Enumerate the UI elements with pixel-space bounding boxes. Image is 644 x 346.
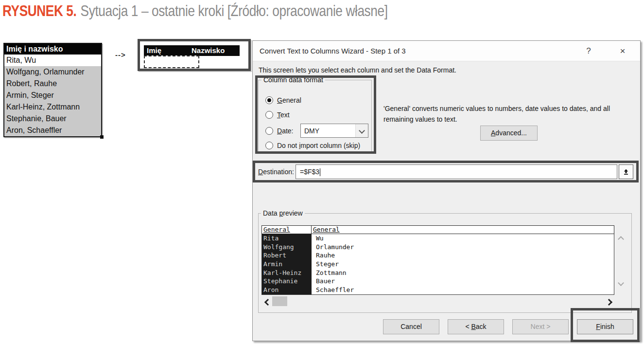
figure-root: RYSUNEK 5.Sytuacja 1 – ostatnie kroki [Ź…	[0, 0, 644, 346]
figure-title-text: Sytuacja 1 – ostatnie kroki [Źródło: opr…	[81, 2, 388, 19]
result-header-row: Imię Nazwisko	[144, 45, 240, 56]
scroll-right-icon[interactable]	[607, 298, 611, 306]
wizard-dialog: Convert Text to Columns Wizard - Step 1 …	[252, 40, 641, 341]
radio-button-icon[interactable]	[265, 142, 273, 149]
list-item[interactable]: Robert, Rauhe	[4, 78, 101, 90]
dialog-titlebar: Convert Text to Columns Wizard - Step 1 …	[253, 41, 640, 61]
transform-arrow: -->	[115, 51, 126, 59]
table-row: RobertRauhe	[262, 251, 614, 260]
preview-col1-header[interactable]: General	[262, 226, 312, 234]
data-preview-label: Data preview	[261, 209, 305, 217]
advanced-button[interactable]: Advanced...	[480, 126, 538, 141]
close-icon[interactable]: ×	[614, 41, 631, 61]
dialog-description: This screen lets you select each column …	[259, 66, 456, 74]
dialog-title: Convert Text to Columns Wizard - Step 1 …	[260, 41, 406, 61]
table-row: StephanieBauer	[262, 277, 614, 286]
destination-label: Destination:	[258, 168, 294, 176]
radio-skip-label: Do not import column (skip)	[277, 142, 360, 149]
preview-header-row: General General	[261, 225, 614, 234]
scrollbar-thumb[interactable]	[272, 296, 287, 306]
list-item[interactable]: Wolfgang, Orlamunder	[4, 66, 101, 78]
table-row: AronSchaeffler	[262, 286, 614, 294]
figure-label: RYSUNEK 5.	[2, 2, 76, 19]
cancel-button[interactable]: Cancel	[383, 319, 439, 334]
list-item[interactable]: Karl-Heinz, Zottmann	[4, 101, 101, 113]
list-item[interactable]: Aron, Schaeffler	[4, 125, 101, 136]
list-item[interactable]: Armin, Steger	[4, 90, 101, 101]
collapse-dialog-button[interactable]	[619, 164, 633, 179]
column-data-format-label: Column data format	[261, 76, 325, 84]
general-format-note: 'General' converts numeric values to num…	[383, 103, 641, 125]
scroll-left-icon[interactable]	[265, 298, 270, 306]
selection-marquee	[144, 55, 199, 68]
date-format-dropdown[interactable]: DMY	[300, 124, 368, 138]
preview-body: RitaWu WolfgangOrlamunder RobertRauhe Ar…	[261, 234, 614, 295]
table-row: RitaWu	[262, 234, 614, 243]
up-arrow-from-bar-icon	[623, 168, 629, 175]
preview-col2-header[interactable]: General	[312, 226, 614, 234]
source-list-header: Imię i nazwisko	[4, 44, 101, 55]
radio-text-label: Text	[277, 111, 290, 119]
radio-date-label: Date:	[277, 127, 293, 135]
radio-text[interactable]: Text	[265, 109, 290, 120]
radio-general-label: General	[277, 96, 301, 104]
radio-general[interactable]: General	[265, 95, 301, 106]
radio-button-icon[interactable]	[265, 111, 273, 119]
finish-button[interactable]: Finish	[577, 319, 633, 334]
radio-button-icon[interactable]	[265, 127, 273, 135]
table-row: Karl-HeinzZottmann	[262, 269, 614, 277]
result-preview-box: Imię Nazwisko	[138, 39, 251, 71]
result-col2-label: Nazwisko	[191, 45, 225, 56]
fill-handle[interactable]	[100, 135, 104, 139]
list-item[interactable]: Stephanie, Bauer	[4, 113, 101, 125]
note-line2: remaining values to text.	[383, 114, 641, 125]
destination-input[interactable]: =$F$3	[296, 164, 617, 179]
radio-date[interactable]: Date:	[265, 126, 293, 136]
back-button[interactable]: < Back	[448, 319, 504, 334]
table-row: ArminSteger	[262, 260, 614, 269]
table-row: WolfgangOrlamunder	[262, 243, 614, 252]
source-name-list: Imię i nazwisko Rita, Wu Wolfgang, Orlam…	[3, 43, 102, 137]
scroll-up-icon[interactable]	[619, 235, 623, 243]
chevron-down-icon[interactable]	[355, 124, 368, 137]
list-item[interactable]: Rita, Wu	[4, 55, 101, 66]
help-icon[interactable]: ?	[580, 41, 597, 61]
data-preview-table: General General RitaWu WolfgangOrlamunde…	[261, 225, 614, 295]
next-button[interactable]: Next >	[512, 319, 569, 334]
text-cursor	[320, 168, 320, 176]
note-line1: 'General' converts numeric values to num…	[383, 103, 641, 114]
radio-button-icon[interactable]	[265, 96, 273, 104]
result-col1-label: Imię	[147, 45, 161, 56]
date-format-value: DMY	[301, 127, 355, 135]
figure-caption: RYSUNEK 5.Sytuacja 1 – ostatnie kroki [Ź…	[2, 2, 388, 20]
radio-skip-column[interactable]: Do not import column (skip)	[265, 140, 360, 151]
scroll-down-icon[interactable]	[619, 279, 623, 287]
